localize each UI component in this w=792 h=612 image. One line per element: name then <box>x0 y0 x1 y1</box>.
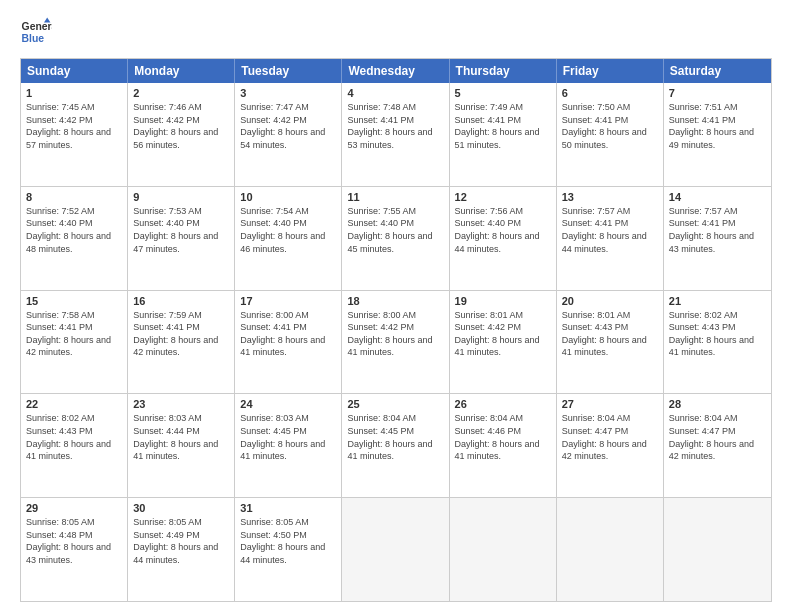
calendar-cell: 18Sunrise: 8:00 AMSunset: 4:42 PMDayligh… <box>342 291 449 394</box>
day-number: 19 <box>455 295 551 307</box>
svg-marker-2 <box>44 18 50 23</box>
calendar-cell: 9Sunrise: 7:53 AMSunset: 4:40 PMDaylight… <box>128 187 235 290</box>
day-number: 24 <box>240 398 336 410</box>
calendar-cell: 14Sunrise: 7:57 AMSunset: 4:41 PMDayligh… <box>664 187 771 290</box>
calendar-cell: 10Sunrise: 7:54 AMSunset: 4:40 PMDayligh… <box>235 187 342 290</box>
calendar-cell: 28Sunrise: 8:04 AMSunset: 4:47 PMDayligh… <box>664 394 771 497</box>
day-info: Sunrise: 7:59 AMSunset: 4:41 PMDaylight:… <box>133 309 229 359</box>
calendar-cell: 6Sunrise: 7:50 AMSunset: 4:41 PMDaylight… <box>557 83 664 186</box>
day-info: Sunrise: 8:03 AMSunset: 4:44 PMDaylight:… <box>133 412 229 462</box>
logo-icon: General Blue <box>20 16 52 48</box>
calendar-week-4: 22Sunrise: 8:02 AMSunset: 4:43 PMDayligh… <box>21 393 771 497</box>
calendar-cell: 12Sunrise: 7:56 AMSunset: 4:40 PMDayligh… <box>450 187 557 290</box>
calendar-body: 1Sunrise: 7:45 AMSunset: 4:42 PMDaylight… <box>21 83 771 601</box>
day-number: 13 <box>562 191 658 203</box>
calendar-cell: 19Sunrise: 8:01 AMSunset: 4:42 PMDayligh… <box>450 291 557 394</box>
day-number: 30 <box>133 502 229 514</box>
day-info: Sunrise: 8:05 AMSunset: 4:50 PMDaylight:… <box>240 516 336 566</box>
day-info: Sunrise: 7:49 AMSunset: 4:41 PMDaylight:… <box>455 101 551 151</box>
day-number: 1 <box>26 87 122 99</box>
day-info: Sunrise: 7:45 AMSunset: 4:42 PMDaylight:… <box>26 101 122 151</box>
calendar-cell: 16Sunrise: 7:59 AMSunset: 4:41 PMDayligh… <box>128 291 235 394</box>
day-number: 15 <box>26 295 122 307</box>
day-info: Sunrise: 7:48 AMSunset: 4:41 PMDaylight:… <box>347 101 443 151</box>
calendar-cell: 2Sunrise: 7:46 AMSunset: 4:42 PMDaylight… <box>128 83 235 186</box>
day-info: Sunrise: 7:56 AMSunset: 4:40 PMDaylight:… <box>455 205 551 255</box>
header: General Blue <box>20 16 772 48</box>
day-info: Sunrise: 8:01 AMSunset: 4:43 PMDaylight:… <box>562 309 658 359</box>
day-number: 27 <box>562 398 658 410</box>
day-info: Sunrise: 7:47 AMSunset: 4:42 PMDaylight:… <box>240 101 336 151</box>
day-number: 10 <box>240 191 336 203</box>
calendar-cell: 17Sunrise: 8:00 AMSunset: 4:41 PMDayligh… <box>235 291 342 394</box>
day-number: 18 <box>347 295 443 307</box>
day-number: 9 <box>133 191 229 203</box>
calendar-cell: 23Sunrise: 8:03 AMSunset: 4:44 PMDayligh… <box>128 394 235 497</box>
day-info: Sunrise: 7:50 AMSunset: 4:41 PMDaylight:… <box>562 101 658 151</box>
calendar-cell: 29Sunrise: 8:05 AMSunset: 4:48 PMDayligh… <box>21 498 128 601</box>
calendar: SundayMondayTuesdayWednesdayThursdayFrid… <box>20 58 772 602</box>
day-number: 3 <box>240 87 336 99</box>
calendar-cell: 5Sunrise: 7:49 AMSunset: 4:41 PMDaylight… <box>450 83 557 186</box>
logo: General Blue <box>20 16 52 48</box>
day-number: 16 <box>133 295 229 307</box>
day-number: 21 <box>669 295 766 307</box>
day-info: Sunrise: 8:00 AMSunset: 4:41 PMDaylight:… <box>240 309 336 359</box>
day-number: 14 <box>669 191 766 203</box>
day-info: Sunrise: 7:55 AMSunset: 4:40 PMDaylight:… <box>347 205 443 255</box>
calendar-cell: 20Sunrise: 8:01 AMSunset: 4:43 PMDayligh… <box>557 291 664 394</box>
day-number: 31 <box>240 502 336 514</box>
calendar-cell: 21Sunrise: 8:02 AMSunset: 4:43 PMDayligh… <box>664 291 771 394</box>
day-number: 25 <box>347 398 443 410</box>
day-number: 28 <box>669 398 766 410</box>
day-info: Sunrise: 8:05 AMSunset: 4:49 PMDaylight:… <box>133 516 229 566</box>
day-number: 7 <box>669 87 766 99</box>
day-info: Sunrise: 8:03 AMSunset: 4:45 PMDaylight:… <box>240 412 336 462</box>
calendar-cell: 31Sunrise: 8:05 AMSunset: 4:50 PMDayligh… <box>235 498 342 601</box>
day-info: Sunrise: 8:01 AMSunset: 4:42 PMDaylight:… <box>455 309 551 359</box>
day-number: 20 <box>562 295 658 307</box>
day-number: 29 <box>26 502 122 514</box>
day-number: 12 <box>455 191 551 203</box>
day-info: Sunrise: 7:52 AMSunset: 4:40 PMDaylight:… <box>26 205 122 255</box>
calendar-week-3: 15Sunrise: 7:58 AMSunset: 4:41 PMDayligh… <box>21 290 771 394</box>
day-info: Sunrise: 8:04 AMSunset: 4:47 PMDaylight:… <box>562 412 658 462</box>
day-info: Sunrise: 7:46 AMSunset: 4:42 PMDaylight:… <box>133 101 229 151</box>
calendar-cell: 4Sunrise: 7:48 AMSunset: 4:41 PMDaylight… <box>342 83 449 186</box>
day-info: Sunrise: 7:58 AMSunset: 4:41 PMDaylight:… <box>26 309 122 359</box>
calendar-cell: 13Sunrise: 7:57 AMSunset: 4:41 PMDayligh… <box>557 187 664 290</box>
calendar-header-sunday: Sunday <box>21 59 128 83</box>
day-number: 23 <box>133 398 229 410</box>
day-number: 2 <box>133 87 229 99</box>
day-number: 8 <box>26 191 122 203</box>
calendar-cell <box>557 498 664 601</box>
day-info: Sunrise: 8:05 AMSunset: 4:48 PMDaylight:… <box>26 516 122 566</box>
calendar-week-5: 29Sunrise: 8:05 AMSunset: 4:48 PMDayligh… <box>21 497 771 601</box>
calendar-header-friday: Friday <box>557 59 664 83</box>
calendar-cell: 25Sunrise: 8:04 AMSunset: 4:45 PMDayligh… <box>342 394 449 497</box>
svg-text:Blue: Blue <box>22 33 45 44</box>
calendar-cell: 27Sunrise: 8:04 AMSunset: 4:47 PMDayligh… <box>557 394 664 497</box>
day-info: Sunrise: 8:00 AMSunset: 4:42 PMDaylight:… <box>347 309 443 359</box>
day-info: Sunrise: 7:57 AMSunset: 4:41 PMDaylight:… <box>669 205 766 255</box>
day-number: 11 <box>347 191 443 203</box>
day-info: Sunrise: 8:04 AMSunset: 4:45 PMDaylight:… <box>347 412 443 462</box>
day-info: Sunrise: 8:04 AMSunset: 4:46 PMDaylight:… <box>455 412 551 462</box>
day-number: 6 <box>562 87 658 99</box>
calendar-cell: 30Sunrise: 8:05 AMSunset: 4:49 PMDayligh… <box>128 498 235 601</box>
calendar-header-saturday: Saturday <box>664 59 771 83</box>
calendar-header-thursday: Thursday <box>450 59 557 83</box>
day-number: 5 <box>455 87 551 99</box>
day-info: Sunrise: 8:02 AMSunset: 4:43 PMDaylight:… <box>26 412 122 462</box>
day-number: 17 <box>240 295 336 307</box>
calendar-cell: 8Sunrise: 7:52 AMSunset: 4:40 PMDaylight… <box>21 187 128 290</box>
calendar-cell: 24Sunrise: 8:03 AMSunset: 4:45 PMDayligh… <box>235 394 342 497</box>
day-number: 26 <box>455 398 551 410</box>
calendar-cell: 26Sunrise: 8:04 AMSunset: 4:46 PMDayligh… <box>450 394 557 497</box>
svg-text:General: General <box>22 21 52 32</box>
calendar-cell: 7Sunrise: 7:51 AMSunset: 4:41 PMDaylight… <box>664 83 771 186</box>
day-number: 4 <box>347 87 443 99</box>
calendar-week-1: 1Sunrise: 7:45 AMSunset: 4:42 PMDaylight… <box>21 83 771 186</box>
day-number: 22 <box>26 398 122 410</box>
calendar-cell <box>664 498 771 601</box>
